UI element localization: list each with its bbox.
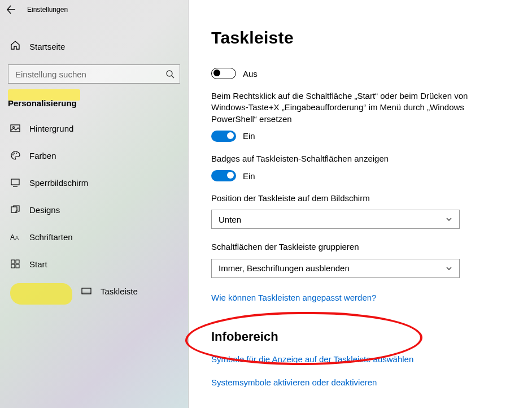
svg-rect-17: [82, 292, 91, 294]
picture-icon: [10, 123, 20, 133]
highlight-taskleiste: [10, 283, 72, 305]
search-input[interactable]: [8, 64, 180, 84]
svg-text:A: A: [10, 233, 15, 241]
toggle-state-label: Aus: [243, 69, 258, 79]
nav-label: Schriftarten: [29, 232, 73, 242]
nav-item-farben[interactable]: Farben: [0, 142, 188, 169]
setting-desc-badges: Badges auf Taskleisten-Schaltflächen anz…: [211, 153, 488, 164]
svg-point-3: [13, 127, 15, 128]
nav-item-sperrbildschirm[interactable]: Sperrbildschirm: [0, 169, 188, 196]
toggle-row-powershell: Ein: [211, 131, 509, 142]
font-icon: AA: [10, 232, 20, 242]
sidebar: Einstellungen Startseite Personalisierun…: [0, 0, 189, 408]
setting-desc-powershell: Beim Rechtsklick auf die Schaltfläche „S…: [211, 90, 488, 125]
nav-item-start[interactable]: Start: [0, 250, 188, 277]
window-title: Einstellungen: [27, 6, 68, 14]
dropdown-combine-buttons[interactable]: Immer, Beschriftungen ausblenden: [211, 259, 460, 278]
link-select-taskbar-icons[interactable]: Symbole für die Anzeige auf der Taskleis…: [211, 354, 413, 364]
toggle-state-label: Ein: [243, 131, 255, 141]
main-content: Taskleiste Taskleiste bewegt wird Aus Be…: [189, 0, 532, 408]
nav-list: Hintergrund Farben Sperrbildschirm Desig…: [0, 115, 188, 305]
dropdown-label-combine: Schaltflächen der Taskleiste gruppieren: [211, 241, 488, 253]
dropdown-label-position: Position der Taskleiste auf dem Bildschi…: [211, 193, 488, 204]
section-heading-infobereich: Infobereich: [211, 329, 509, 344]
dropdown-value: Unten: [219, 215, 241, 224]
toggle-lock-taskbar[interactable]: [211, 68, 236, 79]
category-heading: Personalisierung: [8, 98, 77, 108]
truncated-setting-text: Taskleiste bewegt wird: [211, 53, 509, 62]
titlebar: Einstellungen: [0, 0, 188, 19]
svg-point-4: [12, 154, 14, 155]
chevron-down-icon: [446, 216, 452, 223]
search-container: [8, 64, 180, 84]
palette-icon: [10, 150, 20, 160]
nav-label: Hintergrund: [29, 124, 73, 133]
home-label: Startseite: [29, 42, 65, 51]
toggle-state-label: Ein: [243, 171, 255, 181]
home-icon: [10, 40, 20, 53]
start-icon: [10, 259, 20, 269]
svg-text:A: A: [15, 235, 19, 241]
svg-rect-12: [11, 260, 15, 263]
nav-label: Sperrbildschirm: [29, 178, 88, 188]
dropdown-taskbar-position[interactable]: Unten: [211, 210, 460, 229]
svg-rect-7: [11, 179, 19, 185]
toggle-powershell[interactable]: [211, 131, 236, 142]
back-button[interactable]: [3, 2, 19, 18]
home-link[interactable]: Startseite: [0, 33, 188, 60]
svg-rect-14: [11, 264, 15, 268]
nav-item-designs[interactable]: Designs: [0, 196, 188, 223]
link-system-icons[interactable]: Systemsymbole aktivieren oder deaktivier…: [211, 377, 377, 387]
nav-item-schriftarten[interactable]: AA Schriftarten: [0, 223, 188, 250]
chevron-down-icon: [446, 265, 452, 272]
nav-label: Farben: [29, 151, 56, 160]
svg-point-6: [16, 153, 17, 154]
arrow-left-icon: [7, 5, 16, 14]
help-link-customize-taskbar[interactable]: Wie können Taskleisten angepasst werden?: [211, 293, 376, 302]
lockscreen-icon: [10, 177, 20, 188]
svg-rect-13: [16, 260, 19, 263]
nav-label: Designs: [29, 205, 60, 215]
nav-item-taskleiste[interactable]: Taskleiste: [0, 277, 188, 305]
toggle-row-lock: Aus: [211, 68, 509, 79]
svg-rect-15: [16, 264, 19, 268]
page-heading: Taskleiste: [211, 28, 509, 47]
svg-point-5: [14, 153, 15, 154]
dropdown-value: Immer, Beschriftungen ausblenden: [219, 263, 350, 273]
themes-icon: [10, 205, 20, 215]
taskbar-icon: [81, 286, 91, 296]
toggle-badges[interactable]: [211, 170, 236, 181]
nav-label: Taskleiste: [101, 287, 138, 296]
nav-item-hintergrund[interactable]: Hintergrund: [0, 115, 188, 142]
toggle-row-badges: Ein: [211, 170, 509, 181]
nav-label: Start: [29, 259, 47, 269]
